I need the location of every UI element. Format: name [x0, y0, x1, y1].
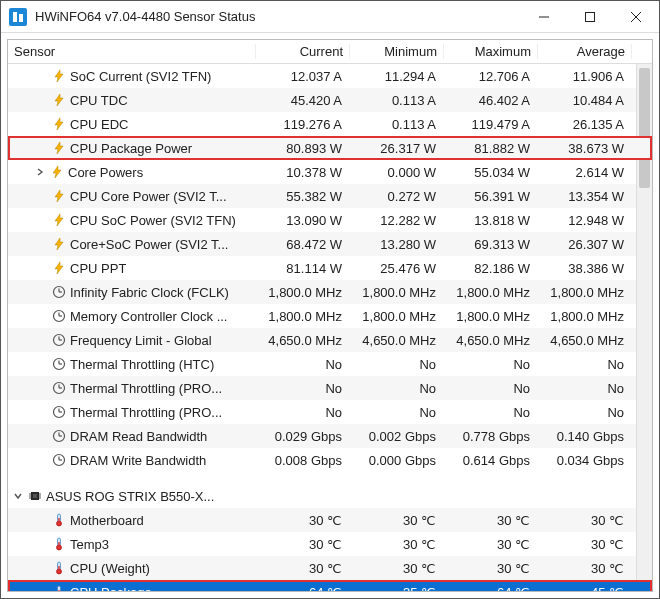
sensor-value-min: 0.113 A: [350, 117, 444, 132]
sensor-value-avg: 30 ℃: [538, 561, 632, 576]
sensor-value-max: 55.034 W: [444, 165, 538, 180]
sensor-row[interactable]: CPU TDC45.420 A0.113 A46.402 A10.484 A: [8, 88, 652, 112]
clock-icon: [52, 309, 66, 323]
sensor-row[interactable]: CPU Package64 ℃35 ℃64 ℃45 ℃: [8, 580, 652, 592]
sensor-row[interactable]: Thermal Throttling (PRO...NoNoNoNo: [8, 376, 652, 400]
sensor-row[interactable]: CPU PPT81.114 W25.476 W82.186 W38.386 W: [8, 256, 652, 280]
sensor-row[interactable]: DRAM Read Bandwidth0.029 Gbps0.002 Gbps0…: [8, 424, 652, 448]
sensor-value-current: 64 ℃: [256, 585, 350, 593]
sensor-value-avg: 30 ℃: [538, 513, 632, 528]
sensor-value-avg: 38.673 W: [538, 141, 632, 156]
sensor-label: Thermal Throttling (HTC): [70, 357, 214, 372]
sensor-label: Frequency Limit - Global: [70, 333, 212, 348]
sensor-row[interactable]: CPU Package Power80.893 W26.317 W81.882 …: [8, 136, 652, 160]
sensor-value-avg: 0.034 Gbps: [538, 453, 632, 468]
sensor-rows: SoC Current (SVI2 TFN)12.037 A11.294 A12…: [8, 64, 652, 592]
clock-icon: [52, 453, 66, 467]
sensor-value-avg: No: [538, 405, 632, 420]
sensor-value-avg: 26.307 W: [538, 237, 632, 252]
sensor-label: CPU EDC: [70, 117, 129, 132]
sensor-row[interactable]: Temp330 ℃30 ℃30 ℃30 ℃: [8, 532, 652, 556]
sensor-row[interactable]: Thermal Throttling (PRO...NoNoNoNo: [8, 400, 652, 424]
sensor-value-current: 119.276 A: [256, 117, 350, 132]
spacer-row: [8, 472, 652, 484]
column-header-current[interactable]: Current: [256, 44, 350, 59]
clock-icon: [52, 333, 66, 347]
sensor-label: Thermal Throttling (PRO...: [70, 405, 222, 420]
sensor-value-avg: 0.140 Gbps: [538, 429, 632, 444]
sensor-value-min: 35 ℃: [350, 585, 444, 593]
sensor-value-avg: 1,800.0 MHz: [538, 309, 632, 324]
sensor-label: CPU Package: [70, 585, 152, 593]
sensor-value-avg: 11.906 A: [538, 69, 632, 84]
sensor-value-min: 0.272 W: [350, 189, 444, 204]
sensor-value-max: 81.882 W: [444, 141, 538, 156]
sensor-value-avg: 10.484 A: [538, 93, 632, 108]
sensor-value-avg: 26.135 A: [538, 117, 632, 132]
minimize-button[interactable]: [521, 1, 567, 33]
bolt-icon: [52, 117, 66, 131]
sensor-value-min: 0.000 Gbps: [350, 453, 444, 468]
sensor-value-current: 55.382 W: [256, 189, 350, 204]
bolt-icon: [52, 141, 66, 155]
sensor-row[interactable]: CPU EDC119.276 A0.113 A119.479 A26.135 A: [8, 112, 652, 136]
chevron-down-icon[interactable]: [12, 490, 24, 502]
bolt-icon: [50, 165, 64, 179]
chevron-right-icon[interactable]: [34, 166, 46, 178]
sensor-label: CPU Package Power: [70, 141, 192, 156]
sensor-row[interactable]: Infinity Fabric Clock (FCLK)1,800.0 MHz1…: [8, 280, 652, 304]
sensor-value-min: No: [350, 405, 444, 420]
sensor-value-max: 30 ℃: [444, 513, 538, 528]
bolt-icon: [52, 189, 66, 203]
content-area: Sensor Current Minimum Maximum Average S…: [1, 33, 659, 598]
maximize-button[interactable]: [567, 1, 613, 33]
sensor-value-current: 81.114 W: [256, 261, 350, 276]
column-header-maximum[interactable]: Maximum: [444, 44, 538, 59]
bolt-icon: [52, 261, 66, 275]
sensor-value-current: No: [256, 381, 350, 396]
sensor-value-current: 45.420 A: [256, 93, 350, 108]
sensor-value-current: 1,800.0 MHz: [256, 309, 350, 324]
sensor-value-avg: 13.354 W: [538, 189, 632, 204]
sensor-value-min: 1,800.0 MHz: [350, 285, 444, 300]
sensor-value-max: No: [444, 405, 538, 420]
sensor-label: CPU TDC: [70, 93, 128, 108]
svg-rect-46: [58, 566, 59, 571]
sensor-value-max: 13.818 W: [444, 213, 538, 228]
sensor-value-max: 69.313 W: [444, 237, 538, 252]
sensor-label: DRAM Read Bandwidth: [70, 429, 207, 444]
app-icon: [9, 8, 27, 26]
scrollbar-thumb[interactable]: [639, 68, 650, 188]
sensor-row[interactable]: CPU Core Power (SVI2 T...55.382 W0.272 W…: [8, 184, 652, 208]
column-header-sensor[interactable]: Sensor: [8, 44, 256, 59]
sensor-row[interactable]: Frequency Limit - Global4,650.0 MHz4,650…: [8, 328, 652, 352]
sensor-name-cell: DRAM Write Bandwidth: [8, 453, 256, 468]
sensor-group-row[interactable]: ASUS ROG STRIX B550-X...: [8, 484, 652, 508]
bolt-icon: [52, 237, 66, 251]
sensor-row[interactable]: Thermal Throttling (HTC)NoNoNoNo: [8, 352, 652, 376]
sensor-row[interactable]: Memory Controller Clock ...1,800.0 MHz1,…: [8, 304, 652, 328]
clock-icon: [52, 357, 66, 371]
column-header-average[interactable]: Average: [538, 44, 632, 59]
bolt-icon: [52, 93, 66, 107]
sensor-row[interactable]: CPU SoC Power (SVI2 TFN)13.090 W12.282 W…: [8, 208, 652, 232]
sensor-label: Memory Controller Clock ...: [70, 309, 227, 324]
sensor-label: Core Powers: [68, 165, 143, 180]
sensor-row[interactable]: CPU (Weight)30 ℃30 ℃30 ℃30 ℃: [8, 556, 652, 580]
close-button[interactable]: [613, 1, 659, 33]
sensor-label: CPU SoC Power (SVI2 TFN): [70, 213, 236, 228]
titlebar: HWiNFO64 v7.04-4480 Sensor Status: [1, 1, 659, 33]
column-header-minimum[interactable]: Minimum: [350, 44, 444, 59]
svg-rect-49: [58, 590, 59, 592]
sensor-value-current: 1,800.0 MHz: [256, 285, 350, 300]
sensor-value-avg: 2.614 W: [538, 165, 632, 180]
sensor-row[interactable]: Core Powers10.378 W0.000 W55.034 W2.614 …: [8, 160, 652, 184]
sensor-value-avg: 38.386 W: [538, 261, 632, 276]
sensor-value-max: 30 ℃: [444, 561, 538, 576]
sensor-row[interactable]: Core+SoC Power (SVI2 T...68.472 W13.280 …: [8, 232, 652, 256]
sensor-row[interactable]: SoC Current (SVI2 TFN)12.037 A11.294 A12…: [8, 64, 652, 88]
sensor-value-max: 4,650.0 MHz: [444, 333, 538, 348]
sensor-name-cell: Thermal Throttling (PRO...: [8, 405, 256, 420]
sensor-row[interactable]: Motherboard30 ℃30 ℃30 ℃30 ℃: [8, 508, 652, 532]
sensor-row[interactable]: DRAM Write Bandwidth0.008 Gbps0.000 Gbps…: [8, 448, 652, 472]
